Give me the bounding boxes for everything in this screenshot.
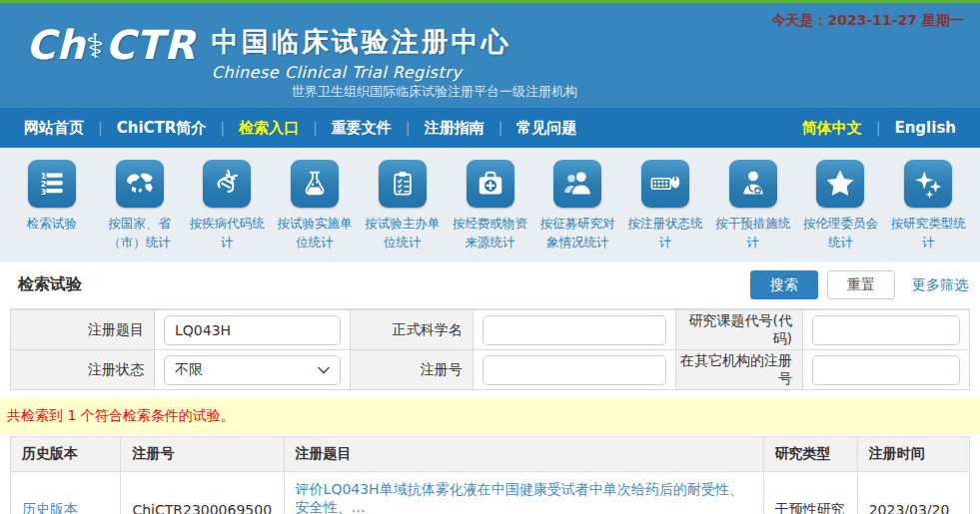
quick-item-search-trials[interactable]: 123 检索试验	[8, 160, 96, 260]
chevron-down-icon	[318, 366, 330, 374]
reset-button[interactable]: 重置	[827, 270, 895, 299]
results-section: 历史版本 注册号 注册题目 研究类型 注册时间 历史版本 ChiCTR23000…	[0, 434, 980, 514]
registration-number-input[interactable]	[483, 355, 667, 385]
quick-item-by-intervention[interactable]: 按干预措施统计	[709, 160, 797, 260]
trial-title-link[interactable]: 评价LQ043H单域抗体雾化液在中国健康受试者中单次给药后的耐受性、安全性、…	[296, 481, 743, 514]
search-form-table: 注册题目 正式科学名 研究课题代号(代码) 注册状态 不限 注册号 在其它机构的…	[10, 309, 970, 390]
result-count-message: 共检索到 1 个符合检索条件的试验。	[0, 398, 980, 434]
site-title-chinese: 中国临床试验注册中心	[212, 24, 511, 60]
caduceus-icon: ⚕	[86, 26, 105, 66]
quick-stats-strip: 123 检索试验 按国家、省（市）统计 按疾病代码统计 按试验实施单位统计 按试…	[0, 148, 980, 261]
quick-item-by-country[interactable]: 按国家、省（市）统计	[96, 160, 184, 260]
search-panel: 检索试验 搜索 重置 更多筛选 注册题目 正式科学名 研究课题代号(代码) 注册…	[0, 261, 980, 390]
site-title-english: Chinese Clinical Trial Registry	[212, 63, 511, 82]
quick-item-by-recruitment-status[interactable]: 按征募研究对象情况统计	[533, 160, 621, 260]
study-type-cell: 干预性研究	[763, 472, 857, 514]
search-section-title: 检索试验	[18, 274, 82, 295]
registration-date-cell: 2023/03/20	[857, 472, 969, 514]
world-map-icon	[116, 160, 164, 208]
registration-status-value: 不限	[175, 361, 203, 379]
site-header: 今天是：2023-11-27 星期一 Ch⚕CTR 中国临床试验注册中心 Chi…	[0, 3, 980, 108]
col-header-history-version: 历史版本	[11, 437, 121, 472]
nav-item-faq[interactable]: 常见问题	[516, 119, 576, 138]
nav-separator: |	[876, 120, 881, 136]
scientific-name-input[interactable]	[483, 315, 667, 345]
numbered-list-icon: 123	[28, 160, 76, 208]
nav-separator: |	[498, 120, 503, 136]
quick-item-by-disease-code[interactable]: 按疾病代码统计	[183, 160, 271, 260]
other-registry-number-input[interactable]	[812, 355, 960, 385]
nav-separator: |	[220, 120, 225, 136]
results-header-row: 历史版本 注册号 注册题目 研究类型 注册时间	[11, 437, 970, 472]
logo-text-right: CTR	[105, 22, 195, 68]
lang-english[interactable]: English	[894, 119, 956, 137]
doctor-icon	[729, 160, 777, 208]
field-label-scientific-name: 正式科学名	[350, 310, 473, 350]
history-version-link[interactable]: 历史版本	[22, 501, 78, 514]
nav-item-guide[interactable]: 注册指南	[425, 119, 485, 138]
language-switcher: 简体中文| English	[802, 119, 956, 138]
star-icon	[816, 160, 864, 208]
quick-item-by-registration-status[interactable]: 按注册状态统计	[621, 160, 709, 260]
col-header-study-type: 研究类型	[763, 437, 857, 472]
nav-item-search-portal[interactable]: 检索入口	[239, 119, 299, 138]
main-nav: 网站首页| ChiCTR简介| 检索入口| 重要文件| 注册指南| 常见问题 简…	[0, 108, 980, 148]
dna-icon	[203, 160, 251, 208]
field-label-registration-number: 注册号	[350, 350, 473, 390]
table-row: 历史版本 ChiCTR2300069500 评价LQ043H单域抗体雾化液在中国…	[11, 472, 970, 514]
field-label-project-code: 研究课题代号(代码)	[676, 310, 803, 350]
more-filters-link[interactable]: 更多筛选	[912, 276, 968, 294]
col-header-registration-date: 注册时间	[857, 437, 969, 472]
col-header-registration-number: 注册号	[121, 437, 284, 472]
quick-item-by-sponsor-unit[interactable]: 按试验主办单位统计	[359, 160, 447, 260]
site-titles: 中国临床试验注册中心 Chinese Clinical Trial Regist…	[212, 23, 511, 82]
medical-bag-icon	[467, 160, 514, 208]
field-label-registration-status: 注册状态	[11, 350, 155, 390]
quick-item-by-study-type[interactable]: 按研究类型统计	[884, 160, 972, 260]
people-group-icon	[553, 160, 601, 208]
nav-item-home[interactable]: 网站首页	[24, 119, 84, 138]
quick-item-by-ethics-committee[interactable]: 按伦理委员会统计	[797, 160, 885, 260]
nav-item-documents[interactable]: 重要文件	[332, 119, 392, 138]
field-label-other-registry-number: 在其它机构的注册号	[676, 350, 803, 390]
nav-separator: |	[98, 120, 103, 136]
nav-item-about[interactable]: ChiCTR简介	[117, 119, 207, 138]
registration-status-select[interactable]: 不限	[164, 355, 341, 385]
search-button[interactable]: 搜索	[750, 270, 818, 299]
results-table: 历史版本 注册号 注册题目 研究类型 注册时间 历史版本 ChiCTR23000…	[10, 436, 970, 514]
keyboard-mouse-icon	[641, 160, 689, 208]
nav-separator: |	[313, 120, 318, 136]
registration-title-input[interactable]	[164, 315, 341, 345]
current-date: 今天是：2023-11-27 星期一	[772, 12, 964, 30]
registration-number-cell: ChiCTR2300069500	[121, 472, 284, 514]
field-label-registration-title: 注册题目	[11, 310, 155, 350]
nav-separator: |	[406, 120, 411, 136]
quick-item-by-funding-source[interactable]: 按经费或物资来源统计	[447, 160, 534, 260]
flask-icon	[291, 160, 339, 208]
lang-simplified-chinese[interactable]: 简体中文	[802, 119, 862, 138]
chictr-logo: Ch⚕CTR	[26, 23, 196, 67]
sparkles-icon	[904, 160, 952, 208]
quick-item-by-implementing-unit[interactable]: 按试验实施单位统计	[271, 160, 359, 260]
project-code-input[interactable]	[812, 315, 960, 345]
clipboard-checklist-icon	[379, 160, 427, 208]
svg-text:3: 3	[41, 188, 46, 197]
col-header-registration-title: 注册题目	[284, 437, 763, 472]
logo-text-left: Ch	[26, 22, 86, 68]
who-tagline: 世界卫生组织国际临床试验注册平台一级注册机构	[292, 83, 577, 101]
